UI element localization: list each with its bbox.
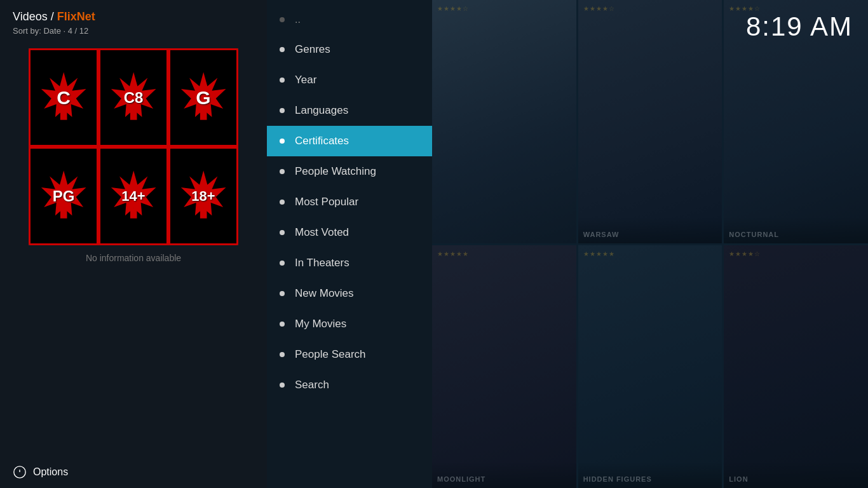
menu-item-in-theaters[interactable]: In Theaters	[267, 248, 432, 278]
options-label: Options	[33, 466, 68, 478]
options-icon	[13, 465, 27, 479]
menu-item-most-popular[interactable]: Most Popular	[267, 187, 432, 217]
bg-stars-5: ★★★★★	[583, 250, 615, 257]
menu-item-people-search[interactable]: People Search	[267, 339, 432, 370]
menu-bullet-people-watching	[280, 169, 285, 174]
clock: 8:19 AM	[746, 11, 853, 42]
menu-parent-label: ..	[295, 14, 301, 25]
badge-18-text: 18+	[191, 188, 215, 205]
svg-rect-4	[130, 208, 137, 219]
thumbnail-area: C C8 G	[0, 41, 267, 456]
menu-item-new-movies[interactable]: New Movies	[267, 278, 432, 309]
menu-label-people-search: People Search	[295, 348, 366, 361]
bg-title-hidden-figures: HIDDEN FIGURES	[578, 463, 722, 488]
svg-rect-2	[200, 110, 207, 120]
left-panel: Videos / FlixNet Sort by: Date · 4 / 12 …	[0, 0, 267, 488]
breadcrumb-app: FlixNet	[57, 10, 95, 23]
menu-item-parent[interactable]: ..	[267, 5, 432, 34]
svg-rect-0	[60, 110, 67, 120]
badge-c8-text: C8	[124, 89, 144, 107]
svg-rect-1	[130, 110, 137, 120]
menu-item-people-watching[interactable]: People Watching	[267, 156, 432, 187]
bg-stars-6: ★★★★☆	[729, 250, 761, 257]
menu-label-people-watching: People Watching	[295, 165, 376, 178]
breadcrumb-prefix: Videos /	[13, 10, 57, 23]
menu-item-certificates[interactable]: Certificates	[267, 126, 432, 156]
bg-title-2: WARSAW	[578, 218, 722, 243]
bg-title-lion: LION	[724, 463, 868, 488]
bg-poster-hidden-figures: ★★★★★ HIDDEN FIGURES	[578, 245, 722, 489]
badge-pg-text: PG	[53, 187, 75, 205]
bg-poster-moonlight: ★★★★★ MOONLIGHT	[432, 245, 576, 489]
menu-label-most-voted: Most Voted	[295, 226, 349, 239]
options-bar[interactable]: Options	[0, 456, 267, 488]
bg-poster-1: ★★★★☆	[432, 0, 576, 243]
bg-title-moonlight: MOONLIGHT	[432, 463, 576, 488]
header: Videos / FlixNet Sort by: Date · 4 / 12	[0, 0, 267, 41]
menu-item-my-movies[interactable]: My Movies	[267, 309, 432, 339]
badge-14: 14+	[98, 147, 168, 245]
bg-stars-1: ★★★★☆	[437, 5, 469, 12]
menu-panel: .. Genres Year Languages Certificates Pe…	[267, 0, 432, 488]
menu-bullet-my-movies	[280, 322, 285, 327]
bg-stars-2: ★★★★☆	[583, 5, 615, 12]
bg-poster-2: ★★★★☆ WARSAW	[578, 0, 722, 243]
menu-item-languages[interactable]: Languages	[267, 95, 432, 126]
breadcrumb: Videos / FlixNet	[13, 10, 254, 24]
menu-label-in-theaters: In Theaters	[295, 257, 349, 269]
svg-rect-3	[60, 208, 67, 219]
menu-bullet-most-voted	[280, 230, 285, 235]
badge-c8: C8	[98, 48, 168, 147]
menu-label-genres: Genres	[295, 43, 330, 56]
certificate-thumbnail: C C8 G	[29, 48, 238, 245]
menu-label-new-movies: New Movies	[295, 287, 354, 300]
menu-item-search[interactable]: Search	[267, 370, 432, 400]
menu-label-my-movies: My Movies	[295, 318, 346, 330]
no-info-label: No information available	[86, 253, 181, 263]
badge-g: G	[168, 48, 238, 147]
menu-bullet-languages	[280, 108, 285, 113]
badge-g-text: G	[196, 87, 210, 109]
badge-pg: PG	[29, 147, 98, 245]
menu-label-search: Search	[295, 379, 329, 391]
bg-poster-lion: ★★★★☆ LION	[724, 245, 868, 489]
bg-stars-4: ★★★★★	[437, 250, 469, 257]
menu-bullet-most-popular	[280, 200, 285, 205]
menu-bullet-in-theaters	[280, 261, 285, 266]
menu-label-year: Year	[295, 74, 316, 86]
svg-rect-5	[200, 208, 207, 219]
menu-bullet-new-movies	[280, 291, 285, 296]
menu-bullet-certificates	[280, 139, 285, 144]
menu-bullet-search	[280, 383, 285, 388]
badge-18: 18+	[168, 147, 238, 245]
menu-bullet-year	[280, 78, 285, 83]
badge-14-text: 14+	[121, 188, 145, 205]
menu-item-genres[interactable]: Genres	[267, 34, 432, 65]
sort-info: Sort by: Date · 4 / 12	[13, 26, 254, 36]
menu-label-certificates: Certificates	[295, 135, 349, 147]
background-collage: ★★★★☆ ★★★★☆ WARSAW ★★★★☆ NOCTURNAL ★★★★★…	[432, 0, 868, 488]
menu-label-most-popular: Most Popular	[295, 196, 358, 208]
badge-c-text: C	[57, 87, 71, 109]
menu-bullet-parent	[280, 17, 285, 22]
menu-item-most-voted[interactable]: Most Voted	[267, 217, 432, 248]
menu-item-year[interactable]: Year	[267, 65, 432, 95]
bg-title-3: NOCTURNAL	[724, 218, 868, 243]
badge-c: C	[29, 48, 98, 147]
menu-bullet-genres	[280, 47, 285, 52]
menu-label-languages: Languages	[295, 104, 348, 117]
menu-bullet-people-search	[280, 352, 285, 357]
